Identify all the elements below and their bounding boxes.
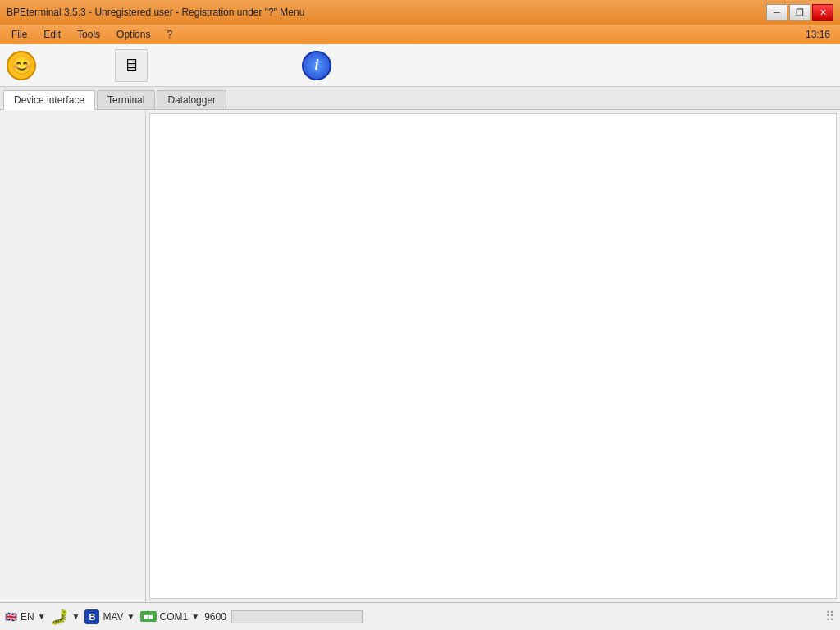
monitor-button[interactable]: 🖥 [115, 49, 148, 82]
tabs: Device interface Terminal Datalogger [0, 87, 840, 110]
menu-help[interactable]: ? [158, 27, 180, 42]
com-selector[interactable]: ■■ COM1 ▼ [140, 611, 200, 623]
baud-label: 9600 [204, 611, 226, 623]
mav-selector[interactable]: B MAV ▼ [84, 609, 135, 624]
title-bar-left: BPEterminal 3.5.3 - Unregistered user - … [7, 7, 304, 18]
info-area: i [302, 51, 331, 80]
debug-dropdown-arrow[interactable]: ▼ [72, 612, 80, 621]
flag-icon: 🇬🇧 [5, 611, 17, 623]
close-button[interactable]: ✕ [812, 4, 833, 21]
info-button[interactable]: i [302, 51, 331, 80]
minimize-button[interactable]: ─ [766, 4, 788, 21]
smiley-icon: 😊 [11, 57, 33, 75]
resize-grip: ⠿ [825, 609, 835, 624]
baud-rate: 9600 [204, 611, 226, 623]
clock: 13:16 [806, 29, 837, 40]
language-dropdown-arrow[interactable]: ▼ [38, 612, 46, 621]
bug-icon: 🐛 [51, 608, 69, 626]
mav-icon: B [84, 609, 99, 624]
debug-button[interactable]: 🐛 ▼ [51, 608, 80, 626]
window-controls: ─ ❒ ✕ [766, 4, 833, 21]
mav-dropdown-arrow[interactable]: ▼ [127, 612, 135, 621]
title-bar: BPEterminal 3.5.3 - Unregistered user - … [0, 0, 840, 25]
menu-edit[interactable]: Edit [35, 27, 69, 42]
main-area [0, 110, 840, 602]
tab-device-interface[interactable]: Device interface [3, 90, 95, 110]
toolbar: 😊 🖥 i [0, 44, 840, 87]
tab-datalogger[interactable]: Datalogger [157, 90, 226, 109]
smiley-button[interactable]: 😊 [7, 51, 36, 80]
progress-bar [231, 610, 363, 623]
menu-tools[interactable]: Tools [69, 27, 108, 42]
restore-button[interactable]: ❒ [789, 4, 810, 21]
com-label: COM1 [160, 611, 189, 623]
status-bar: 🇬🇧 EN ▼ 🐛 ▼ B MAV ▼ ■■ COM1 ▼ 9600 ⠿ [0, 602, 840, 630]
menu-file[interactable]: File [3, 27, 35, 42]
language-selector[interactable]: 🇬🇧 EN ▼ [5, 611, 46, 623]
com-badge: ■■ [140, 611, 157, 622]
mav-label: MAV [103, 611, 123, 623]
left-panel [0, 110, 146, 602]
content-area [149, 113, 837, 599]
tab-terminal[interactable]: Terminal [97, 90, 155, 109]
menu-bar: File Edit Tools Options ? 13:16 [0, 25, 840, 44]
app-title: BPEterminal 3.5.3 - Unregistered user - … [7, 7, 304, 18]
info-icon: i [314, 57, 318, 74]
monitor-icon: 🖥 [123, 56, 139, 75]
language-label: EN [21, 611, 34, 623]
com-dropdown-arrow[interactable]: ▼ [191, 612, 199, 621]
menu-options[interactable]: Options [108, 27, 158, 42]
